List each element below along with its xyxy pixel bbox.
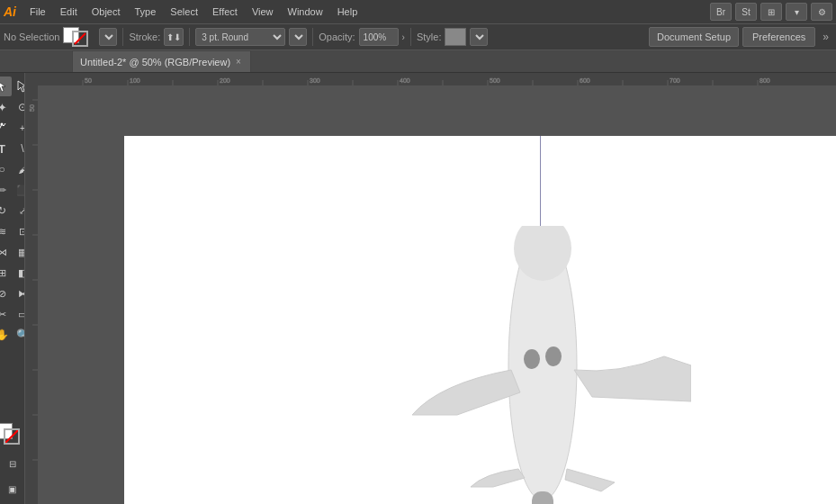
- svg-marker-2: [18, 81, 25, 92]
- divider-2: [189, 28, 190, 46]
- artboard: [124, 136, 836, 504]
- bridge-icon[interactable]: Br: [710, 3, 732, 21]
- line-tool[interactable]: \: [13, 139, 25, 158]
- paintbrush-tool[interactable]: 🖌: [13, 159, 25, 179]
- tab-title: Untitled-2* @ 50% (RGB/Preview): [80, 57, 230, 68]
- pencil-blob-tools: ✏ ⬛: [0, 180, 25, 200]
- workspace-switcher-icon[interactable]: ⊞: [760, 3, 782, 21]
- stroke-options-dropdown[interactable]: ▾: [289, 28, 307, 46]
- mesh-tool[interactable]: ⊞: [0, 263, 12, 283]
- left-toolbar: ✦ ⊙ + T \ ○ 🖌 ✏ ⬛ ↻ ⤢: [0, 73, 25, 504]
- stroke-label: Stroke:: [129, 32, 160, 42]
- toolbar-overflow-icon[interactable]: »: [819, 31, 832, 43]
- app-logo: Ai: [4, 4, 16, 19]
- rotate-tool[interactable]: ↻: [0, 201, 12, 220]
- fill-selector[interactable]: ▾: [99, 28, 117, 46]
- document-setup-button[interactable]: Document Setup: [649, 27, 739, 47]
- svg-rect-6: [38, 73, 836, 86]
- pen-tool[interactable]: [0, 118, 12, 138]
- canvas-area: 50 100 200 300 400 500 600 700 800: [25, 73, 836, 504]
- menu-select[interactable]: Select: [164, 4, 204, 19]
- stroke-width-selector[interactable]: 3 pt. Round: [195, 28, 285, 46]
- stock-icon[interactable]: St: [735, 3, 757, 21]
- toolbar: No Selection ▾ Stroke: ⬆ ⬇ 3 pt. Round ▾…: [0, 23, 836, 50]
- menu-edit[interactable]: Edit: [54, 4, 84, 19]
- menu-help[interactable]: Help: [331, 4, 364, 19]
- scale-tool[interactable]: ⤢: [13, 201, 25, 220]
- symbol-graph-tools: ⋈ ▦: [0, 242, 25, 262]
- stroke-spinbox[interactable]: ⬆ ⬇: [164, 28, 184, 46]
- opacity-label: Opacity:: [319, 32, 355, 42]
- arrange-icon[interactable]: ⚙: [811, 3, 832, 21]
- svg-text:200: 200: [220, 77, 230, 84]
- selection-indicator: No Selection: [4, 32, 59, 42]
- menu-bar: Ai File Edit Object Type Select Effect V…: [0, 0, 836, 23]
- color-area: □ ⊟ ⊞ ▣: [0, 419, 25, 500]
- warp-tool[interactable]: ≋: [0, 221, 12, 241]
- eyedropper-blend-tools: ⊘ ⧓: [0, 284, 25, 303]
- tab-close-button[interactable]: ×: [236, 57, 241, 67]
- svg-text:700: 700: [670, 77, 680, 84]
- blend-tool[interactable]: ⧓: [13, 284, 25, 303]
- scissors-tool[interactable]: ✂: [0, 304, 12, 324]
- magic-wand-tool[interactable]: ✦: [0, 97, 12, 117]
- main-area: ✦ ⊙ + T \ ○ 🖌 ✏ ⬛ ↻ ⤢: [0, 73, 836, 504]
- menu-type[interactable]: Type: [129, 4, 163, 19]
- document-tab[interactable]: Untitled-2* @ 50% (RGB/Preview) ×: [72, 50, 251, 72]
- fill-stroke-swatch[interactable]: [63, 27, 95, 47]
- gradient-tool[interactable]: ◧: [13, 263, 25, 283]
- top-right-icons: Br St ⊞ ▾ ⚙: [710, 3, 832, 21]
- divider-4: [410, 28, 411, 46]
- svg-text:300: 300: [310, 77, 320, 84]
- opacity-input[interactable]: [359, 28, 399, 46]
- selection-tools: [0, 76, 25, 96]
- svg-point-3: [1, 123, 4, 126]
- screen-mode-icon[interactable]: ▣: [3, 479, 22, 499]
- type-line-tools: T \: [0, 139, 25, 158]
- opacity-expand-icon[interactable]: ›: [402, 32, 405, 42]
- screen-mode-buttons: ▣: [3, 479, 22, 499]
- rotate-scale-tools: ↻ ⤢: [0, 201, 25, 220]
- column-graph-tool[interactable]: ▦: [13, 242, 25, 262]
- menu-view[interactable]: View: [246, 4, 280, 19]
- svg-text:100: 100: [130, 77, 140, 84]
- draw-behind-icon[interactable]: ⊟: [3, 454, 22, 473]
- preferences-button[interactable]: Preferences: [742, 27, 815, 47]
- free-transform-tool[interactable]: ⊡: [13, 221, 25, 241]
- mesh-gradient-tools: ⊞ ◧: [0, 263, 25, 283]
- workspace-dropdown-icon[interactable]: ▾: [786, 3, 807, 21]
- svg-text:50: 50: [85, 77, 92, 84]
- svg-text:400: 400: [400, 77, 410, 84]
- airplane-illustration: [385, 226, 691, 504]
- eyedropper-tool[interactable]: ⊘: [0, 284, 12, 303]
- lasso-tool[interactable]: ⊙: [13, 97, 25, 117]
- menu-window[interactable]: Window: [282, 4, 329, 19]
- divider-1: [122, 28, 123, 46]
- fill-stroke-indicator[interactable]: [0, 423, 25, 448]
- add-anchor-tool[interactable]: +: [13, 118, 25, 138]
- vertical-ruler: 50: [25, 73, 38, 504]
- svg-point-46: [545, 346, 562, 366]
- hand-tool[interactable]: ✋: [0, 325, 12, 345]
- menu-file[interactable]: File: [23, 4, 52, 19]
- shape-brush-tools: ○ 🖌: [0, 159, 25, 179]
- style-dropdown[interactable]: ▾: [470, 28, 488, 46]
- style-swatch[interactable]: [445, 28, 466, 46]
- symbol-tool[interactable]: ⋈: [0, 242, 12, 262]
- eraser-tool[interactable]: ⬛: [13, 180, 25, 200]
- direct-selection-tool[interactable]: [13, 76, 25, 96]
- horizontal-ruler: 50 100 200 300 400 500 600 700 800: [38, 73, 836, 86]
- menu-object[interactable]: Object: [85, 4, 127, 19]
- svg-text:500: 500: [490, 77, 500, 84]
- artboard-tool[interactable]: ▭: [13, 304, 25, 324]
- hand-zoom-tools: ✋ 🔍: [0, 325, 25, 345]
- shape-tool[interactable]: ○: [0, 159, 12, 179]
- svg-marker-1: [0, 81, 5, 92]
- selection-tool[interactable]: [0, 76, 12, 96]
- menu-effect[interactable]: Effect: [206, 4, 244, 19]
- draw-mode-buttons: □ ⊟ ⊞: [0, 454, 25, 473]
- type-tool[interactable]: T: [0, 139, 12, 158]
- wand-lasso-tools: ✦ ⊙: [0, 97, 25, 117]
- pencil-tool[interactable]: ✏: [0, 180, 12, 200]
- zoom-tool[interactable]: 🔍: [13, 325, 25, 345]
